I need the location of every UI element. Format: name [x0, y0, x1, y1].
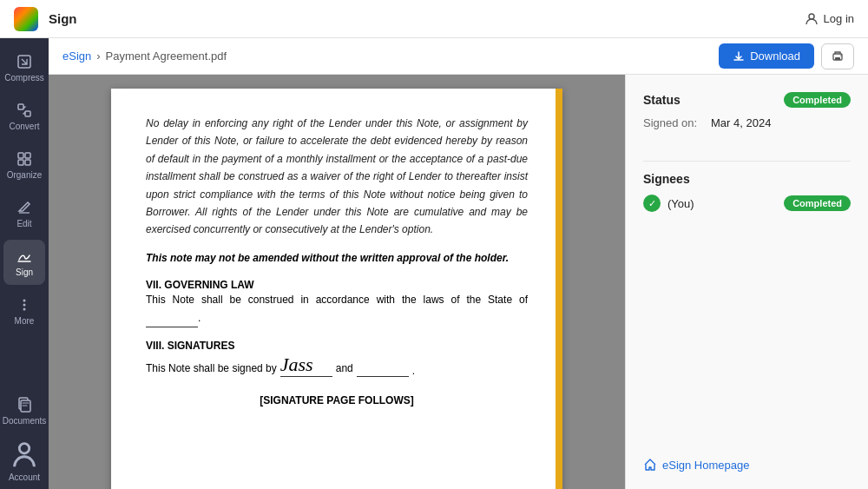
- svg-rect-15: [835, 57, 840, 60]
- svg-point-13: [19, 444, 29, 453]
- signed-on-label: Signed on:: [643, 116, 704, 129]
- svg-point-16: [840, 55, 842, 56]
- sign-icon: [16, 248, 33, 265]
- governing-law-blank: [146, 309, 198, 327]
- doc-section7-body: This Note shall be construed in accordan…: [146, 291, 528, 327]
- sub-toolbar: eSign › Payment Agreement.pdf Download: [49, 38, 868, 75]
- sidebar-item-documents[interactable]: Documents: [3, 388, 45, 433]
- sidebar-item-edit[interactable]: Edit: [3, 191, 45, 236]
- download-icon: [733, 50, 745, 63]
- app-title: Sign: [49, 11, 77, 26]
- signee-name: (You): [667, 197, 777, 210]
- sig-page-follows: [SIGNATURE PAGE FOLLOWS]: [146, 394, 528, 406]
- doc-paragraph-1: No delay in enforcing any right of the L…: [146, 115, 528, 239]
- top-bar: Sign Log in: [0, 0, 868, 38]
- status-title: Status: [643, 93, 681, 107]
- signee-badge: Completed: [784, 195, 851, 211]
- download-button[interactable]: Download: [719, 43, 814, 69]
- edit-icon: [16, 199, 33, 216]
- app-logo: [14, 7, 38, 31]
- breadcrumb-current: Payment Agreement.pdf: [106, 50, 227, 63]
- signed-on-row: Signed on: Mar 4, 2024: [643, 116, 851, 129]
- login-button[interactable]: Log in: [805, 12, 854, 26]
- sidebar-item-sign[interactable]: Sign: [3, 240, 45, 285]
- print-icon: [831, 50, 845, 63]
- content-area: eSign › Payment Agreement.pdf Download: [49, 38, 868, 489]
- signees-section: Signees ✓ (You) Completed: [643, 172, 851, 212]
- breadcrumb: eSign › Payment Agreement.pdf: [62, 50, 227, 63]
- sidebar: Compress Convert Organize: [0, 38, 49, 489]
- svg-rect-2: [18, 104, 23, 109]
- signed-on-value: Mar 4, 2024: [711, 116, 771, 129]
- print-button[interactable]: [821, 43, 854, 69]
- right-panel: Status Completed Signed on: Mar 4, 2024 …: [625, 75, 868, 489]
- account-icon: [8, 437, 41, 470]
- doc-section8-title: VIII. SIGNATURES: [146, 340, 528, 352]
- signature-block: This Note shall be signed by Jass and .: [146, 354, 528, 377]
- compress-icon: [16, 53, 33, 70]
- sidebar-item-compress[interactable]: Compress: [3, 45, 45, 90]
- convert-icon: [16, 102, 33, 119]
- status-section: Status Completed Signed on: Mar 4, 2024: [643, 92, 851, 133]
- doc-bold-line: This note may not be amended without the…: [146, 249, 528, 267]
- esign-homepage-link[interactable]: eSign Homepage: [643, 449, 851, 472]
- svg-rect-5: [25, 153, 30, 158]
- breadcrumb-parent[interactable]: eSign: [62, 50, 91, 63]
- page-border-accent: [556, 89, 562, 489]
- document-scroll[interactable]: No delay in enforcing any right of the L…: [49, 75, 625, 489]
- signature-field-1: Jass: [280, 354, 332, 377]
- esign-homepage-label: eSign Homepage: [662, 459, 749, 472]
- svg-rect-7: [25, 160, 30, 165]
- organize-icon: [16, 150, 33, 168]
- svg-rect-3: [25, 111, 30, 116]
- sidebar-item-convert[interactable]: Convert: [3, 94, 45, 139]
- svg-rect-4: [18, 153, 23, 158]
- svg-point-9: [23, 304, 26, 307]
- doc-section7-title: VII. GOVERNING LAW: [146, 279, 528, 291]
- signature-field-2: [357, 364, 409, 377]
- document-page: No delay in enforcing any right of the L…: [111, 89, 562, 489]
- svg-point-8: [23, 300, 26, 302]
- doc-area: No delay in enforcing any right of the L…: [49, 75, 868, 489]
- breadcrumb-separator: ›: [96, 50, 100, 63]
- person-icon: [805, 12, 819, 26]
- main-layout: Compress Convert Organize: [0, 38, 868, 489]
- documents-icon: [16, 396, 33, 413]
- signee-row: ✓ (You) Completed: [643, 195, 851, 212]
- home-icon: [643, 458, 657, 472]
- signee-check-icon: ✓: [643, 195, 661, 212]
- svg-point-0: [809, 14, 814, 19]
- svg-point-10: [23, 308, 26, 311]
- sidebar-item-organize[interactable]: Organize: [3, 142, 45, 188]
- sidebar-item-more[interactable]: More: [3, 288, 45, 334]
- sidebar-item-account[interactable]: Account: [3, 437, 45, 482]
- status-badge: Completed: [784, 92, 851, 108]
- signees-title: Signees: [643, 172, 690, 186]
- more-icon: [16, 296, 33, 314]
- svg-rect-6: [18, 160, 23, 165]
- panel-divider: [643, 161, 851, 162]
